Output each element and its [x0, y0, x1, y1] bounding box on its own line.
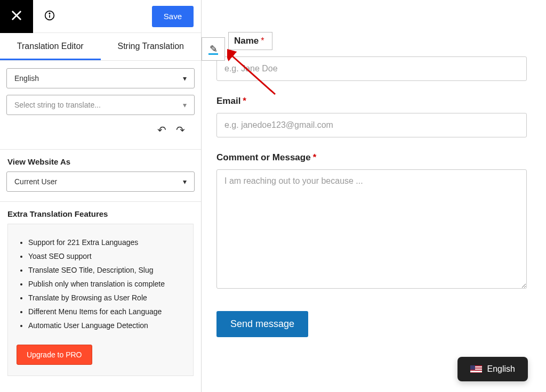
close-icon [11, 10, 22, 23]
chevron-down-icon: ▾ [183, 177, 187, 186]
view-as-value: Current User [14, 177, 57, 186]
chevron-down-icon: ▾ [183, 74, 187, 83]
features-list: Support for 221 Extra Languages Yoast SE… [17, 238, 184, 330]
message-label: Comment or Message [216, 152, 311, 162]
required-mark: * [313, 152, 317, 162]
edit-string-handle[interactable]: ✎ [202, 37, 225, 61]
features-heading: Extra Translation Features [0, 202, 201, 224]
view-as-select[interactable]: Current User ▾ [6, 172, 195, 192]
email-input[interactable] [216, 113, 527, 137]
feature-item: Support for 221 Extra Languages [28, 238, 184, 247]
feature-item: Automatic User Language Detection [28, 321, 184, 330]
tab-translation-editor[interactable]: Translation Editor [0, 33, 101, 60]
topbar: Save [0, 0, 201, 33]
feature-item: Translate SEO Title, Description, Slug [28, 266, 184, 274]
upgrade-button[interactable]: Upgrade to PRO [17, 345, 92, 365]
us-flag-icon [470, 365, 482, 373]
editor-tabs: Translation Editor String Translation [0, 33, 201, 61]
required-mark: * [261, 36, 264, 45]
string-select-placeholder: Select string to translate... [14, 101, 101, 109]
language-select-value: English [14, 74, 39, 83]
save-button[interactable]: Save [152, 6, 194, 27]
language-controls: English ▾ Select string to translate... … [0, 61, 201, 149]
required-mark: * [243, 96, 246, 106]
name-input[interactable] [216, 56, 527, 81]
name-label: Name [234, 36, 259, 46]
feature-item: Publish only when translation is complet… [28, 280, 184, 288]
language-select[interactable]: English ▾ [6, 68, 195, 88]
email-label: Email [216, 96, 240, 106]
message-label-row: Comment or Message* [216, 152, 527, 163]
message-textarea[interactable] [216, 169, 527, 289]
next-string-button[interactable]: ↷ [176, 124, 185, 136]
pencil-underline [208, 53, 218, 55]
page-preview: ✎ Name* Email* Comment or Message* Send … [202, 0, 546, 392]
string-select[interactable]: Select string to translate... ▾ [6, 95, 195, 115]
translation-sidebar: Save Translation Editor String Translati… [0, 0, 202, 392]
svg-point-4 [49, 13, 50, 14]
close-button[interactable] [0, 0, 33, 33]
feature-item: Different Menu Items for each Language [28, 307, 184, 316]
email-label-row: Email* [216, 96, 527, 107]
language-switcher[interactable]: English [457, 357, 528, 381]
chevron-down-icon: ▾ [183, 101, 187, 109]
feature-item: Yoast SEO support [28, 252, 184, 260]
tab-string-translation[interactable]: String Translation [101, 33, 202, 60]
info-icon [44, 10, 55, 23]
language-switcher-label: English [487, 364, 515, 374]
send-button[interactable]: Send message [216, 311, 308, 337]
name-label-box[interactable]: Name* [228, 32, 272, 50]
info-button[interactable] [33, 0, 66, 33]
prev-string-button[interactable]: ↶ [157, 124, 166, 136]
view-as-heading: View Website As [0, 150, 201, 172]
feature-item: Translate by Browsing as User Role [28, 293, 184, 302]
features-box: Support for 221 Extra Languages Yoast SE… [7, 224, 194, 376]
string-nav: ↶ ↷ [6, 121, 195, 143]
